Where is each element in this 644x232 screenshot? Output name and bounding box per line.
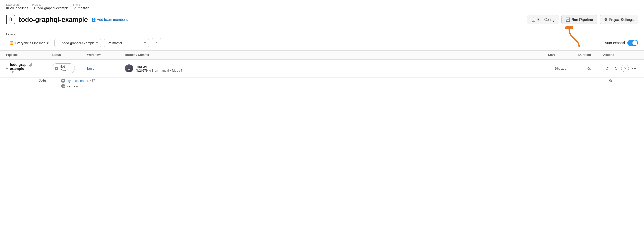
run-pipeline-icon: 🔄 <box>566 17 570 22</box>
branch-filter-dropdown[interactable]: ⎇ master ▾ <box>104 39 149 47</box>
job-id-1: 437 <box>90 79 95 82</box>
duration-cell: 0s <box>572 60 597 78</box>
auto-expand-label: Auto-expand <box>605 41 625 45</box>
run-pipeline-button[interactable]: 🔄 Run Pipeline <box>561 15 597 24</box>
table-row: ▾ todo-graphql-example 411 Not Run build <box>0 60 644 78</box>
header-right: 📋 Edit Config 🔄 Run Pipeline ⚙ Project S… <box>527 15 638 24</box>
edit-config-icon: 📋 <box>531 17 536 22</box>
all-pipelines-icon: ⊞ <box>6 6 9 10</box>
branch-commit-cell: U master 4b2b679 will run manually [skip… <box>119 60 542 78</box>
team-icon: 👥 <box>91 17 96 22</box>
project-icon-box: 🗒 <box>6 15 15 24</box>
breadcrumb-all-pipelines[interactable]: ⊞ All Pipelines <box>6 6 28 10</box>
auto-expand-toggle[interactable] <box>627 40 638 46</box>
chevron-down-icon-2: ▾ <box>96 41 98 45</box>
list-item: cypress/run <box>61 84 95 88</box>
filters-label: Filters <box>6 32 638 36</box>
duration-value: 0s <box>578 67 591 70</box>
chevron-down-icon: ▾ <box>47 41 49 45</box>
pipelines-filter-icon: 🔁 <box>9 41 13 45</box>
branch-name: master <box>136 64 182 68</box>
branch-filter-icon: ⎇ <box>107 41 111 45</box>
jobs-list: cypress/install 437 cypre <box>57 79 95 88</box>
branch-info: master 4b2b679 will run manually [skip c… <box>136 64 182 72</box>
pipeline-expand-chevron[interactable]: ▾ <box>6 66 8 70</box>
th-workflow: Workflow <box>81 51 119 60</box>
project-icon: 🗒 <box>32 6 35 10</box>
filter-funnel-button[interactable]: ⬦ <box>152 38 161 47</box>
breadcrumb-project[interactable]: 🗒 todo-graphql-example <box>32 6 69 10</box>
edit-config-button[interactable]: 📋 Edit Config <box>527 15 559 24</box>
start-time: 29s ago <box>548 67 566 70</box>
add-team-members-link[interactable]: 👥 Add team members <box>91 17 128 22</box>
dashboard-label: Dashboard <box>6 3 28 6</box>
funnel-icon: ⬦ <box>155 41 158 45</box>
th-pipeline: Pipeline <box>0 51 46 60</box>
workflow-link[interactable]: build <box>87 66 95 70</box>
more-actions[interactable]: ••• <box>630 65 638 72</box>
job-link-cypress-install[interactable]: cypress/install <box>67 79 88 83</box>
jobs-duration: 0s <box>609 79 638 82</box>
branch-label: Branch <box>73 3 89 6</box>
job-pending-icon <box>61 84 65 88</box>
th-duration: Duration <box>572 51 597 60</box>
status-cell: Not Run <box>46 60 81 78</box>
page-header: 🗒 todo-graphql-example 👥 Add team member… <box>0 12 644 28</box>
th-actions: Actions <box>597 51 644 60</box>
list-item: cypress/install 437 <box>61 79 95 83</box>
th-branch-commit: Branch / Commit <box>119 51 542 60</box>
pipeline-name: todo-graphql-example <box>10 63 33 71</box>
pipeline-table: Pipeline Status Workflow Branch / Commit… <box>0 50 644 91</box>
job-notrun-icon <box>61 79 65 83</box>
filters-section: Filters 🔁 Everyone's Pipelines ▾ 🗒 todo-… <box>0 28 644 50</box>
actions-cell: ↺ ↻ ✕ ••• <box>597 60 644 78</box>
start-cell: 29s ago <box>542 60 572 78</box>
rerun-action[interactable]: ↻ <box>612 65 620 72</box>
chevron-down-icon-3: ▾ <box>144 41 146 45</box>
breadcrumb-branch[interactable]: ⎇ master <box>73 6 89 10</box>
commit-hash: 4b2b679 <box>136 69 148 72</box>
project-settings-button[interactable]: ⚙ Project Settings <box>600 15 638 24</box>
pipeline-id: 411 <box>10 71 33 74</box>
branch-icon: ⎇ <box>73 6 76 10</box>
th-start: Start <box>542 51 572 60</box>
gear-icon: ⚙ <box>604 17 607 22</box>
jobs-row: Jobs cypress/install 437 <box>0 78 644 91</box>
everyone-pipelines-dropdown[interactable]: 🔁 Everyone's Pipelines ▾ <box>6 39 52 47</box>
status-badge: Not Run <box>52 63 75 73</box>
project-filter-icon: 🗒 <box>58 41 61 45</box>
project-label: Project <box>32 3 69 6</box>
commit-info: 4b2b679 will run manually [skip ci] <box>136 69 182 72</box>
retry-action[interactable]: ↺ <box>603 65 611 72</box>
pipeline-cell: ▾ todo-graphql-example 411 <box>0 60 46 78</box>
jobs-label-area: Jobs <box>6 79 57 82</box>
header-left: 🗒 todo-graphql-example 👥 Add team member… <box>6 15 128 24</box>
workflow-cell: build <box>81 60 119 78</box>
jobs-cell: Jobs cypress/install 437 <box>0 78 644 91</box>
not-run-icon <box>55 67 58 70</box>
avatar: U <box>125 64 133 72</box>
breadcrumb-chevron-2: › <box>70 5 71 8</box>
page-title: todo-graphql-example <box>19 16 88 24</box>
breadcrumb: Dashboard ⊞ All Pipelines › Project 🗒 to… <box>0 0 644 12</box>
project-filter-dropdown[interactable]: 🗒 todo-graphql-example ▾ <box>54 39 101 47</box>
auto-expand: Auto-expand <box>605 40 638 46</box>
th-status: Status <box>46 51 81 60</box>
breadcrumb-chevron-1: › <box>30 5 31 8</box>
job-name-cypress-run: cypress/run <box>67 84 84 88</box>
jobs-label: Jobs <box>39 79 51 82</box>
cancel-action[interactable]: ✕ <box>621 65 629 72</box>
user-avatar: U <box>125 64 133 72</box>
filters-row: 🔁 Everyone's Pipelines ▾ 🗒 todo-graphql-… <box>6 38 638 47</box>
